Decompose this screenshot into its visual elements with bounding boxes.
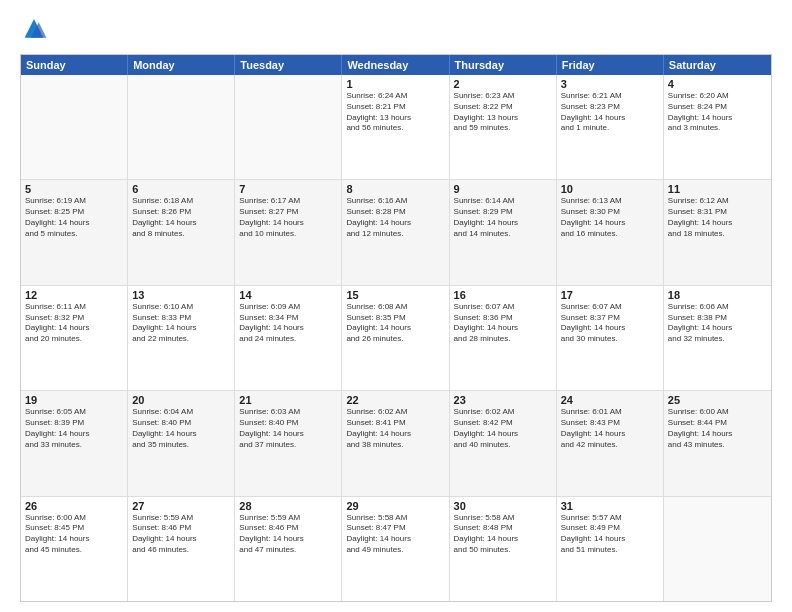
weekday-header: Wednesday: [342, 55, 449, 75]
cell-line: and 8 minutes.: [132, 229, 230, 240]
logo-icon: [20, 16, 48, 44]
calendar-cell: 14Sunrise: 6:09 AMSunset: 8:34 PMDayligh…: [235, 286, 342, 390]
calendar-row: 19Sunrise: 6:05 AMSunset: 8:39 PMDayligh…: [21, 391, 771, 496]
cell-line: and 24 minutes.: [239, 334, 337, 345]
cell-line: Sunset: 8:46 PM: [132, 523, 230, 534]
day-number: 31: [561, 500, 659, 512]
cell-line: Sunset: 8:26 PM: [132, 207, 230, 218]
cell-line: Daylight: 14 hours: [239, 323, 337, 334]
day-number: 1: [346, 78, 444, 90]
cell-line: and 32 minutes.: [668, 334, 767, 345]
calendar: SundayMondayTuesdayWednesdayThursdayFrid…: [20, 54, 772, 602]
cell-line: Sunset: 8:37 PM: [561, 313, 659, 324]
cell-line: Sunrise: 6:00 AM: [668, 407, 767, 418]
day-number: 29: [346, 500, 444, 512]
cell-line: Daylight: 13 hours: [346, 113, 444, 124]
calendar-cell: 3Sunrise: 6:21 AMSunset: 8:23 PMDaylight…: [557, 75, 664, 179]
cell-line: Daylight: 14 hours: [668, 429, 767, 440]
day-number: 6: [132, 183, 230, 195]
calendar-cell: 23Sunrise: 6:02 AMSunset: 8:42 PMDayligh…: [450, 391, 557, 495]
cell-line: Sunset: 8:43 PM: [561, 418, 659, 429]
cell-line: Daylight: 14 hours: [668, 113, 767, 124]
cell-line: and 1 minute.: [561, 123, 659, 134]
cell-line: Sunset: 8:25 PM: [25, 207, 123, 218]
day-number: 15: [346, 289, 444, 301]
cell-line: and 30 minutes.: [561, 334, 659, 345]
cell-line: Sunrise: 6:02 AM: [346, 407, 444, 418]
cell-line: Sunset: 8:42 PM: [454, 418, 552, 429]
cell-line: Sunrise: 6:19 AM: [25, 196, 123, 207]
weekday-header: Thursday: [450, 55, 557, 75]
calendar-cell: [21, 75, 128, 179]
cell-line: Daylight: 14 hours: [346, 429, 444, 440]
day-number: 5: [25, 183, 123, 195]
calendar-cell: 5Sunrise: 6:19 AMSunset: 8:25 PMDaylight…: [21, 180, 128, 284]
cell-line: Sunrise: 6:09 AM: [239, 302, 337, 313]
cell-line: Sunset: 8:22 PM: [454, 102, 552, 113]
cell-line: and 49 minutes.: [346, 545, 444, 556]
cell-line: and 18 minutes.: [668, 229, 767, 240]
cell-line: Daylight: 14 hours: [561, 323, 659, 334]
cell-line: Sunrise: 6:08 AM: [346, 302, 444, 313]
cell-line: Sunset: 8:21 PM: [346, 102, 444, 113]
cell-line: Daylight: 13 hours: [454, 113, 552, 124]
weekday-header: Monday: [128, 55, 235, 75]
cell-line: Sunset: 8:33 PM: [132, 313, 230, 324]
day-number: 16: [454, 289, 552, 301]
cell-line: Sunrise: 6:07 AM: [454, 302, 552, 313]
day-number: 18: [668, 289, 767, 301]
cell-line: and 10 minutes.: [239, 229, 337, 240]
cell-line: Sunrise: 6:16 AM: [346, 196, 444, 207]
cell-line: and 59 minutes.: [454, 123, 552, 134]
cell-line: Daylight: 14 hours: [454, 218, 552, 229]
cell-line: Sunrise: 6:23 AM: [454, 91, 552, 102]
day-number: 2: [454, 78, 552, 90]
cell-line: Daylight: 14 hours: [132, 323, 230, 334]
calendar-cell: 1Sunrise: 6:24 AMSunset: 8:21 PMDaylight…: [342, 75, 449, 179]
cell-line: Sunrise: 6:10 AM: [132, 302, 230, 313]
day-number: 22: [346, 394, 444, 406]
cell-line: Sunset: 8:32 PM: [25, 313, 123, 324]
day-number: 30: [454, 500, 552, 512]
cell-line: Daylight: 14 hours: [561, 534, 659, 545]
cell-line: and 14 minutes.: [454, 229, 552, 240]
header: [20, 16, 772, 44]
cell-line: Sunset: 8:36 PM: [454, 313, 552, 324]
cell-line: Sunset: 8:27 PM: [239, 207, 337, 218]
cell-line: Daylight: 14 hours: [132, 218, 230, 229]
cell-line: Daylight: 14 hours: [25, 534, 123, 545]
day-number: 8: [346, 183, 444, 195]
cell-line: Daylight: 14 hours: [454, 323, 552, 334]
cell-line: and 16 minutes.: [561, 229, 659, 240]
day-number: 3: [561, 78, 659, 90]
cell-line: Sunset: 8:28 PM: [346, 207, 444, 218]
calendar-header: SundayMondayTuesdayWednesdayThursdayFrid…: [21, 55, 771, 75]
cell-line: Sunset: 8:40 PM: [132, 418, 230, 429]
cell-line: Sunset: 8:40 PM: [239, 418, 337, 429]
calendar-cell: 9Sunrise: 6:14 AMSunset: 8:29 PMDaylight…: [450, 180, 557, 284]
cell-line: Daylight: 14 hours: [132, 534, 230, 545]
calendar-cell: 26Sunrise: 6:00 AMSunset: 8:45 PMDayligh…: [21, 497, 128, 601]
cell-line: and 3 minutes.: [668, 123, 767, 134]
calendar-cell: 19Sunrise: 6:05 AMSunset: 8:39 PMDayligh…: [21, 391, 128, 495]
cell-line: and 47 minutes.: [239, 545, 337, 556]
calendar-cell: 6Sunrise: 6:18 AMSunset: 8:26 PMDaylight…: [128, 180, 235, 284]
cell-line: Sunrise: 6:03 AM: [239, 407, 337, 418]
calendar-row: 1Sunrise: 6:24 AMSunset: 8:21 PMDaylight…: [21, 75, 771, 180]
cell-line: Daylight: 14 hours: [239, 429, 337, 440]
cell-line: Sunset: 8:49 PM: [561, 523, 659, 534]
day-number: 9: [454, 183, 552, 195]
cell-line: Daylight: 14 hours: [346, 534, 444, 545]
page: SundayMondayTuesdayWednesdayThursdayFrid…: [0, 0, 792, 612]
cell-line: and 33 minutes.: [25, 440, 123, 451]
cell-line: and 37 minutes.: [239, 440, 337, 451]
day-number: 27: [132, 500, 230, 512]
cell-line: Sunrise: 6:04 AM: [132, 407, 230, 418]
cell-line: Daylight: 14 hours: [239, 218, 337, 229]
cell-line: Daylight: 14 hours: [25, 429, 123, 440]
calendar-cell: 17Sunrise: 6:07 AMSunset: 8:37 PMDayligh…: [557, 286, 664, 390]
day-number: 17: [561, 289, 659, 301]
calendar-cell: 2Sunrise: 6:23 AMSunset: 8:22 PMDaylight…: [450, 75, 557, 179]
cell-line: Sunrise: 6:02 AM: [454, 407, 552, 418]
cell-line: Sunset: 8:46 PM: [239, 523, 337, 534]
